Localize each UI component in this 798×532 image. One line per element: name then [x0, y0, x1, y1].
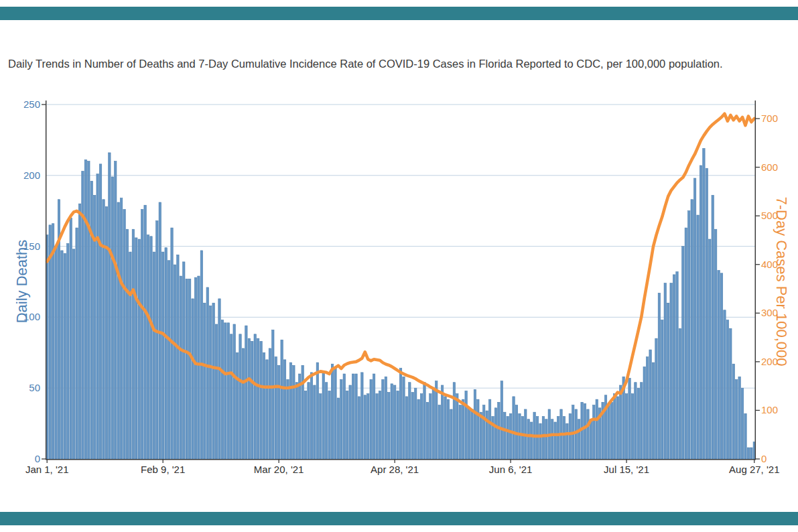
deaths-bar[interactable] — [415, 388, 417, 459]
deaths-bar[interactable] — [539, 423, 541, 459]
deaths-bar[interactable] — [596, 399, 598, 459]
deaths-bar[interactable] — [192, 299, 194, 459]
deaths-bar[interactable] — [159, 202, 161, 459]
deaths-bar[interactable] — [706, 168, 708, 459]
deaths-bar[interactable] — [462, 399, 464, 459]
deaths-bar[interactable] — [382, 380, 384, 460]
deaths-bar[interactable] — [744, 413, 746, 459]
deaths-bar[interactable] — [99, 164, 101, 459]
deaths-bar[interactable] — [590, 419, 592, 459]
deaths-bar[interactable] — [94, 195, 96, 459]
deaths-bar[interactable] — [129, 252, 131, 459]
deaths-bar[interactable] — [724, 310, 726, 459]
deaths-bar[interactable] — [224, 323, 226, 459]
deaths-bar[interactable] — [625, 394, 627, 459]
deaths-bar[interactable] — [691, 200, 693, 459]
deaths-bar[interactable] — [417, 399, 419, 459]
deaths-bar[interactable] — [631, 394, 633, 459]
deaths-bar[interactable] — [349, 385, 351, 459]
deaths-bar[interactable] — [138, 239, 140, 459]
deaths-bar[interactable] — [641, 383, 643, 459]
deaths-bar[interactable] — [233, 324, 235, 459]
deaths-bar[interactable] — [456, 394, 458, 459]
deaths-bar[interactable] — [325, 383, 327, 459]
deaths-bar[interactable] — [283, 360, 285, 459]
deaths-bar[interactable] — [316, 362, 318, 459]
deaths-bar[interactable] — [200, 251, 202, 459]
deaths-bar[interactable] — [688, 211, 690, 459]
deaths-bar[interactable] — [254, 334, 256, 459]
deaths-bar[interactable] — [545, 419, 547, 459]
deaths-bar[interactable] — [649, 350, 651, 459]
deaths-bar[interactable] — [477, 399, 479, 459]
deaths-bar[interactable] — [554, 422, 556, 459]
deaths-bar[interactable] — [658, 293, 660, 459]
deaths-bar[interactable] — [88, 161, 90, 459]
deaths-bar[interactable] — [186, 279, 188, 459]
deaths-bar[interactable] — [504, 412, 506, 459]
deaths-bar[interactable] — [141, 210, 143, 459]
deaths-bar[interactable] — [610, 402, 612, 459]
deaths-bar[interactable] — [376, 394, 378, 459]
deaths-bar[interactable] — [557, 417, 559, 459]
deaths-bar[interactable] — [426, 402, 428, 459]
deaths-bar[interactable] — [488, 399, 490, 459]
deaths-bar[interactable] — [132, 229, 134, 459]
deaths-bar[interactable] — [70, 218, 72, 459]
deaths-bar[interactable] — [703, 149, 705, 459]
deaths-bar[interactable] — [120, 198, 122, 459]
deaths-bar[interactable] — [67, 243, 69, 459]
deaths-bar[interactable] — [551, 419, 553, 459]
deaths-bar[interactable] — [714, 229, 716, 459]
deaths-bar[interactable] — [135, 238, 137, 459]
deaths-bar[interactable] — [471, 409, 473, 459]
deaths-bar[interactable] — [693, 178, 695, 459]
deaths-bar[interactable] — [221, 320, 223, 459]
deaths-bar[interactable] — [198, 276, 200, 459]
deaths-bar[interactable] — [667, 303, 669, 459]
deaths-bar[interactable] — [720, 273, 722, 459]
deaths-bar[interactable] — [358, 397, 360, 459]
deaths-bar[interactable] — [162, 252, 164, 459]
deaths-bar[interactable] — [55, 247, 57, 459]
deaths-bar[interactable] — [670, 283, 672, 459]
deaths-bar[interactable] — [587, 409, 589, 459]
deaths-bar[interactable] — [411, 393, 413, 459]
deaths-bar[interactable] — [673, 275, 675, 459]
deaths-bar[interactable] — [204, 303, 206, 459]
deaths-bar[interactable] — [346, 391, 348, 459]
deaths-bar[interactable] — [738, 377, 740, 459]
deaths-bar[interactable] — [209, 306, 211, 459]
deaths-bar[interactable] — [444, 397, 446, 459]
deaths-bar[interactable] — [465, 391, 467, 459]
deaths-bar[interactable] — [436, 381, 438, 459]
deaths-bar[interactable] — [566, 423, 568, 459]
deaths-bar[interactable] — [661, 320, 663, 459]
deaths-bar[interactable] — [403, 377, 405, 459]
deaths-bar[interactable] — [334, 369, 336, 459]
deaths-bar[interactable] — [293, 365, 295, 459]
deaths-bar[interactable] — [263, 352, 265, 459]
deaths-bar[interactable] — [314, 385, 316, 459]
deaths-bar[interactable] — [239, 334, 241, 459]
deaths-bar[interactable] — [64, 253, 66, 459]
deaths-bar[interactable] — [741, 388, 743, 459]
deaths-bar[interactable] — [429, 394, 431, 459]
deaths-bar[interactable] — [343, 374, 345, 459]
deaths-bar[interactable] — [245, 326, 247, 459]
deaths-bar[interactable] — [251, 341, 253, 459]
deaths-bar[interactable] — [447, 399, 449, 459]
deaths-bar[interactable] — [450, 409, 452, 459]
deaths-bar[interactable] — [168, 261, 170, 459]
deaths-bar[interactable] — [393, 385, 395, 459]
deaths-bar[interactable] — [405, 397, 407, 459]
deaths-bar[interactable] — [272, 330, 274, 459]
deaths-bar[interactable] — [328, 391, 330, 459]
deaths-bar[interactable] — [174, 265, 176, 459]
deaths-bar[interactable] — [432, 388, 434, 459]
chart-plot[interactable] — [39, 98, 764, 467]
deaths-bar[interactable] — [331, 364, 333, 459]
deaths-bar[interactable] — [536, 417, 538, 459]
deaths-bar[interactable] — [227, 323, 229, 459]
deaths-bar[interactable] — [242, 348, 244, 459]
